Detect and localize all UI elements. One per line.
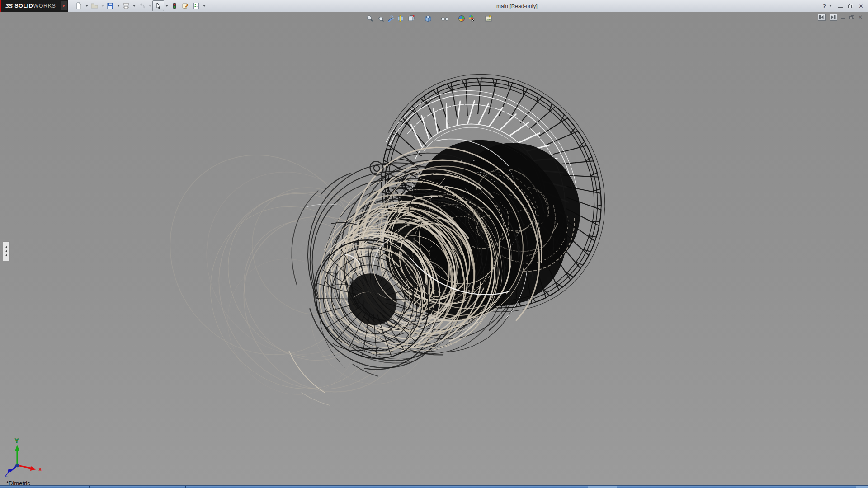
taskbar-highlight	[588, 486, 617, 488]
engine-wireframe-model[interactable]	[0, 12, 868, 485]
comment-note-icon	[182, 2, 189, 9]
new-document-icon	[75, 2, 82, 9]
options-dropdown[interactable]	[202, 1, 207, 11]
display-style-cube-icon	[424, 14, 432, 23]
taskbar-separator	[203, 486, 203, 488]
minimize-button[interactable]	[838, 7, 843, 8]
apply-scene-button[interactable]	[467, 13, 477, 23]
toolbar-separator	[416, 13, 423, 23]
collapse-arrow-icon	[5, 246, 7, 249]
taskbar-separator	[89, 486, 90, 488]
hide-show-items-button[interactable]	[439, 13, 450, 23]
window-controls: ? ✕	[822, 0, 863, 12]
select-tool-dropdown[interactable]	[164, 1, 169, 11]
document-restore-button[interactable]	[849, 15, 854, 19]
document-minimize-button[interactable]	[841, 18, 845, 19]
expand-arrow-icon	[63, 4, 65, 8]
document-title: main [Read-only]	[496, 3, 538, 9]
heads-up-view-toolbar	[364, 13, 494, 23]
help-dropdown[interactable]	[828, 1, 833, 11]
undo-dropdown[interactable]	[147, 1, 152, 11]
triad-origin	[15, 464, 19, 467]
view-settings-button[interactable]	[483, 13, 494, 23]
view-orientation-button[interactable]	[406, 13, 416, 23]
save-dropdown[interactable]	[116, 1, 121, 11]
toolbar-separator	[450, 13, 456, 23]
brand-text-works: WORKS	[33, 3, 56, 9]
toolbar-separator	[433, 13, 439, 23]
triad-z-label: Z	[5, 473, 8, 478]
toggle-left-panel-button[interactable]	[818, 14, 826, 21]
taskbar-edge	[0, 485, 868, 488]
close-button[interactable]: ✕	[859, 3, 863, 9]
solidworks-logo: 3S SOLID WORKS	[0, 0, 68, 12]
collapse-arrow-icon	[5, 250, 7, 253]
orientation-triad: Y X Z	[0, 429, 45, 483]
open-dropdown[interactable]	[100, 1, 105, 11]
toolbar-separator	[477, 13, 483, 23]
document-close-button[interactable]: ✕	[858, 14, 863, 20]
triad-y-label: Y	[15, 438, 19, 444]
previous-view-button[interactable]	[385, 13, 396, 23]
graphics-viewport[interactable]: ✕ Y X Z *Dimetric	[0, 12, 868, 485]
toggle-right-panel-button[interactable]	[830, 14, 837, 21]
triad-x-arrow	[30, 466, 36, 471]
traffic-light-icon	[171, 2, 178, 9]
select-cursor-icon	[155, 2, 162, 9]
panel-left-icon	[819, 15, 824, 19]
options-button[interactable]	[191, 1, 202, 11]
undo-arrow-icon	[138, 2, 146, 9]
panel-right-icon	[830, 15, 836, 19]
zoom-to-fit-button[interactable]	[364, 13, 375, 23]
title-bar: 3S SOLID WORKS	[0, 0, 868, 12]
print-icon	[123, 2, 130, 9]
print-button[interactable]	[121, 1, 132, 11]
glasses-icon	[441, 14, 449, 23]
help-button[interactable]: ?	[822, 3, 826, 9]
select-tool-button[interactable]	[152, 0, 164, 11]
logo-red-stripe	[0, 0, 1, 12]
triad-x-label: X	[38, 467, 42, 472]
save-button[interactable]	[105, 1, 116, 11]
previous-view-icon	[387, 14, 395, 23]
save-floppy-icon	[107, 2, 114, 9]
model-status-button[interactable]	[169, 1, 180, 11]
new-document-dropdown[interactable]	[84, 1, 89, 11]
appearance-ball-icon	[458, 14, 466, 23]
section-view-button[interactable]	[396, 13, 406, 23]
restore-button[interactable]	[848, 4, 853, 8]
open-button[interactable]	[89, 1, 100, 11]
taskbar-separator	[185, 486, 186, 488]
taskbar-highlight	[856, 486, 868, 488]
display-style-button[interactable]	[423, 13, 433, 23]
solidworks-glyph-icon: 3S	[5, 2, 12, 9]
apply-scene-icon	[468, 14, 476, 23]
standard-toolbar	[73, 0, 207, 12]
comment-button[interactable]	[180, 1, 191, 11]
menu-expand-button[interactable]	[61, 1, 67, 10]
document-window-controls: ✕	[818, 14, 863, 21]
collapse-arrow-icon	[5, 254, 7, 257]
section-view-icon	[397, 14, 405, 23]
triad-y-arrow	[15, 445, 19, 451]
open-folder-icon	[91, 2, 98, 9]
zoom-to-fit-icon	[366, 14, 374, 23]
feature-manager-splitter-tab[interactable]	[3, 241, 10, 261]
options-checklist-icon	[193, 2, 200, 9]
view-settings-icon	[485, 14, 493, 23]
undo-button[interactable]	[137, 1, 147, 11]
zoom-to-area-button[interactable]	[375, 13, 385, 23]
zoom-to-area-icon	[376, 14, 384, 23]
view-orientation-icon	[407, 14, 415, 23]
print-dropdown[interactable]	[132, 1, 137, 11]
new-document-button[interactable]	[73, 1, 84, 11]
edit-appearance-button[interactable]	[456, 13, 467, 23]
brand-text-solid: SOLID	[14, 3, 33, 9]
